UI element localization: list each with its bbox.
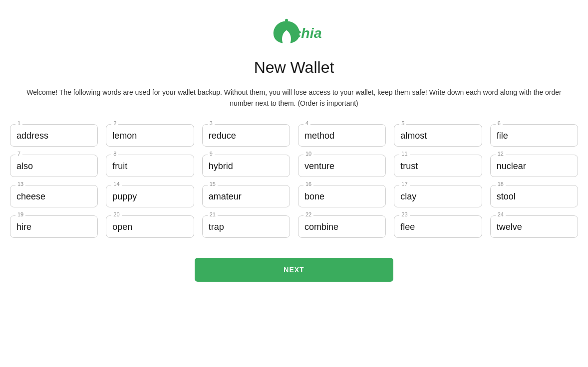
word-number: 2 bbox=[111, 121, 118, 126]
chia-logo: chia bbox=[264, 15, 324, 47]
word-card: 20open bbox=[106, 215, 194, 238]
word-number: 11 bbox=[399, 151, 409, 157]
word-text: also bbox=[16, 161, 91, 172]
word-card: 13cheese bbox=[10, 185, 98, 207]
word-card: 9hybrid bbox=[202, 155, 290, 177]
word-card: 2lemon bbox=[106, 124, 194, 147]
word-text: cheese bbox=[16, 191, 91, 202]
word-text: almost bbox=[400, 131, 475, 141]
word-text: trap bbox=[209, 222, 284, 232]
word-text: combine bbox=[304, 222, 379, 232]
word-number: 1 bbox=[15, 121, 22, 126]
word-number: 16 bbox=[303, 182, 313, 187]
word-card: 6file bbox=[490, 124, 578, 147]
word-card: 10venture bbox=[298, 155, 386, 177]
word-card: 14puppy bbox=[106, 185, 194, 207]
word-number: 9 bbox=[208, 151, 215, 157]
word-number: 8 bbox=[111, 151, 118, 157]
word-card: 21trap bbox=[202, 215, 290, 238]
word-text: stool bbox=[497, 191, 572, 202]
word-card: 11trust bbox=[394, 155, 482, 177]
word-text: fruit bbox=[112, 161, 187, 172]
word-number: 19 bbox=[15, 212, 25, 217]
word-card: 4method bbox=[298, 124, 386, 147]
page-title: New Wallet bbox=[254, 58, 334, 77]
word-text: bone bbox=[304, 191, 379, 202]
word-number: 22 bbox=[303, 212, 313, 217]
word-number: 6 bbox=[496, 121, 503, 126]
word-text: nuclear bbox=[497, 161, 572, 172]
word-text: twelve bbox=[497, 222, 572, 232]
word-card: 7also bbox=[10, 155, 98, 177]
word-card: 5almost bbox=[394, 124, 482, 147]
words-grid: 1address2lemon3reduce4method5almost6file… bbox=[10, 124, 578, 238]
word-text: hire bbox=[16, 222, 91, 232]
word-number: 14 bbox=[111, 182, 121, 187]
word-number: 7 bbox=[15, 151, 22, 157]
word-number: 12 bbox=[496, 151, 506, 157]
word-card: 23flee bbox=[394, 215, 482, 238]
description-text: Welcome! The following words are used fo… bbox=[19, 87, 569, 109]
word-card: 16bone bbox=[298, 185, 386, 207]
word-card: 8fruit bbox=[106, 155, 194, 177]
word-text: open bbox=[112, 222, 187, 232]
word-text: trust bbox=[400, 161, 475, 172]
word-number: 3 bbox=[208, 121, 215, 126]
word-text: address bbox=[16, 131, 91, 141]
word-card: 22combine bbox=[298, 215, 386, 238]
word-card: 12nuclear bbox=[490, 155, 578, 177]
word-number: 20 bbox=[111, 212, 121, 217]
word-card: 17clay bbox=[394, 185, 482, 207]
word-number: 13 bbox=[15, 182, 25, 187]
svg-text:chia: chia bbox=[294, 25, 322, 41]
word-text: hybrid bbox=[209, 161, 284, 172]
svg-point-0 bbox=[285, 19, 288, 22]
word-number: 23 bbox=[399, 212, 409, 217]
word-text: puppy bbox=[112, 191, 187, 202]
word-text: method bbox=[304, 131, 379, 141]
next-button[interactable]: NEXT bbox=[195, 258, 393, 282]
word-text: amateur bbox=[209, 191, 284, 202]
word-number: 10 bbox=[303, 151, 313, 157]
word-text: file bbox=[497, 131, 572, 141]
word-card: 15amateur bbox=[202, 185, 290, 207]
word-number: 4 bbox=[303, 121, 310, 126]
word-number: 5 bbox=[399, 121, 406, 126]
word-card: 1address bbox=[10, 124, 98, 147]
word-text: venture bbox=[304, 161, 379, 172]
word-number: 15 bbox=[208, 182, 218, 187]
word-number: 18 bbox=[496, 182, 506, 187]
word-text: clay bbox=[400, 191, 475, 202]
word-number: 24 bbox=[496, 212, 506, 217]
word-text: lemon bbox=[112, 131, 187, 141]
word-text: reduce bbox=[209, 131, 284, 141]
main-container: chia New Wallet Welcome! The following w… bbox=[0, 0, 588, 302]
word-number: 17 bbox=[399, 182, 409, 187]
word-number: 21 bbox=[208, 212, 218, 217]
word-card: 19hire bbox=[10, 215, 98, 238]
word-text: flee bbox=[400, 222, 475, 232]
word-card: 24twelve bbox=[490, 215, 578, 238]
logo-container: chia bbox=[264, 15, 324, 49]
word-card: 3reduce bbox=[202, 124, 290, 147]
word-card: 18stool bbox=[490, 185, 578, 207]
